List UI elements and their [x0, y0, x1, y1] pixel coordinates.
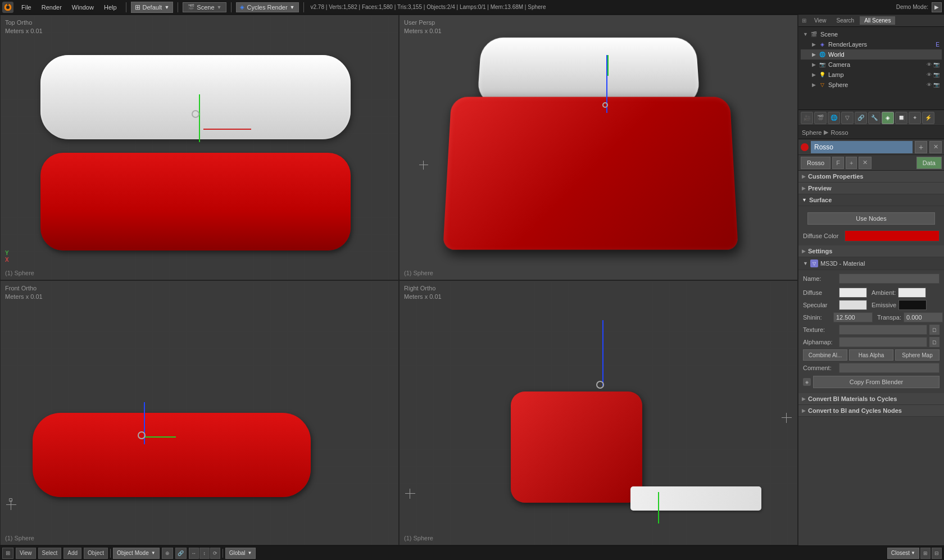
snap-icon1[interactable]: ⊞	[920, 548, 931, 559]
texture-props-btn[interactable]: 🔲	[895, 112, 907, 124]
snap-btn[interactable]: 🔗	[175, 548, 187, 559]
rosso-tab[interactable]: Rosso	[801, 157, 830, 169]
pivot-btn[interactable]: ⊕	[162, 548, 173, 559]
outliner-item-camera[interactable]: ▶ 📷 Camera 👁 📷	[801, 60, 942, 70]
diffuse-color-swatch[interactable]	[845, 230, 940, 242]
alphamap-input[interactable]	[839, 337, 927, 347]
renderer-selector[interactable]: ◈ Cycles Render ▼	[236, 2, 298, 12]
outliner-item-renderlayers[interactable]: ▶ ◈ RenderLayers E	[801, 39, 942, 49]
physics-btn[interactable]: ⚡	[922, 112, 934, 124]
copy-icon-row: ◈ Copy From Blender	[803, 376, 940, 388]
settings-section[interactable]: ▶ Settings	[798, 245, 944, 257]
transform-orientation[interactable]: Global ▼	[225, 548, 256, 559]
surface-section[interactable]: ▼ Surface	[798, 194, 944, 206]
play-button[interactable]: ▶	[932, 2, 942, 12]
tool-1[interactable]: ↔	[189, 548, 199, 559]
transparency-input[interactable]	[904, 312, 943, 322]
viewport-top-ortho[interactable]: Y X Top Ortho Meters x 0.01 (1) Sphere	[0, 15, 399, 280]
use-nodes-btn[interactable]: Use Nodes	[807, 212, 935, 225]
use-nodes-row: Use Nodes	[798, 208, 944, 229]
object-props-btn[interactable]: ▽	[841, 112, 854, 124]
tool-2[interactable]: ↕	[199, 548, 210, 559]
help-menu[interactable]: Help	[99, 3, 121, 12]
texture-browse-btn[interactable]: 🗋	[929, 325, 940, 335]
preview-section[interactable]: ▶ Preview	[798, 183, 944, 194]
outliner-item-world[interactable]: ▶ 🌐 World	[801, 49, 942, 60]
mat-diffuse-label: Diffuse	[803, 289, 837, 296]
alphamap-row: Alphamap: 🗋	[798, 336, 944, 348]
convert-nodes-section[interactable]: ▶ Convert to Bl and Cycles Nodes	[798, 405, 944, 417]
outliner-body: ▼ 🎬 Scene ▶ ◈ RenderLayers E ▶ 🌐	[798, 27, 944, 92]
mode-selector[interactable]: Object Mode ▼	[113, 548, 160, 559]
divider	[126, 2, 126, 12]
vp2-content	[400, 15, 797, 280]
select-btn[interactable]: Select	[38, 548, 62, 559]
axis-x-front	[144, 436, 176, 438]
render-props-btn[interactable]: 🎥	[801, 112, 813, 124]
material-name-row: + ✕	[798, 139, 944, 155]
comment-input[interactable]	[839, 363, 940, 373]
snap-icon2[interactable]: ⊟	[932, 548, 942, 559]
layout-selector[interactable]: ⊞ Default ▼	[131, 2, 174, 13]
viewport-front-ortho[interactable]: Front Ortho Meters x 0.01 (1) Sphere	[0, 280, 399, 546]
mat-ambient-swatch[interactable]	[898, 288, 926, 298]
topbar: File Render Window Help ⊞ Default ▼ 🎬 Sc…	[0, 0, 944, 15]
vp-front-label: Front Ortho Meters x 0.01	[5, 284, 43, 302]
tab-view[interactable]: View	[810, 16, 831, 25]
custom-properties-section[interactable]: ▶ Custom Properties	[798, 171, 944, 183]
divider2	[178, 2, 178, 12]
file-menu[interactable]: File	[17, 3, 36, 12]
mat-emissive-swatch[interactable]	[898, 300, 927, 310]
window-menu[interactable]: Window	[67, 3, 98, 12]
sphere-map-btn[interactable]: Sphere Map	[895, 349, 940, 361]
particles-btn[interactable]: ✦	[909, 112, 921, 124]
right-panel: ⊞ View Search All Scenes ▼ 🎬 Scene ▶	[798, 15, 944, 545]
add-slot-btn[interactable]: +	[846, 157, 857, 169]
tool-3[interactable]: ⟳	[210, 548, 220, 559]
texture-input[interactable]	[839, 325, 927, 335]
data-tab[interactable]: Data	[916, 157, 942, 169]
view-btn[interactable]: View	[16, 548, 36, 559]
material-delete-btn[interactable]: ✕	[929, 141, 942, 153]
scene-selector[interactable]: 🎬 Scene ▼	[183, 2, 226, 12]
world-props-btn[interactable]: 🌐	[828, 112, 840, 124]
viewport-user-persp[interactable]: User Persp Meters x 0.01 (1) Sphere	[399, 15, 798, 280]
add-btn[interactable]: Add	[63, 548, 81, 559]
modifiers-btn[interactable]: 🔧	[868, 112, 881, 124]
convert-bl-section[interactable]: ▶ Convert Bl Materials to Cycles	[798, 393, 944, 405]
material-props-btn[interactable]: ◈	[882, 112, 894, 124]
vp-user-label: User Persp Meters x 0.01	[404, 19, 442, 36]
material-tabs-row: Rosso F + ✕ Data	[798, 155, 944, 171]
alphamap-browse-btn[interactable]: 🗋	[929, 337, 940, 347]
copy-icon: ◈	[803, 378, 811, 386]
mat-specular-swatch[interactable]	[839, 300, 867, 310]
tab-all-scenes[interactable]: All Scenes	[860, 16, 895, 25]
material-name-input[interactable]	[811, 141, 913, 153]
combine-all-btn[interactable]: Combine Al...	[803, 349, 847, 361]
has-alpha-btn[interactable]: Has Alpha	[849, 349, 893, 361]
scene-props-btn[interactable]: 🎬	[814, 112, 827, 124]
axis-indicator: Y X	[5, 250, 9, 263]
tab-search[interactable]: Search	[832, 16, 859, 25]
preview-label: Preview	[808, 185, 832, 192]
f-btn[interactable]: F	[832, 157, 844, 169]
outliner-item-lamp[interactable]: ▶ 💡 Lamp 👁 📷	[801, 70, 942, 80]
constraints-btn[interactable]: 🔗	[855, 112, 867, 124]
info-bar: v2.78 | Verts:1,582 | Faces:1,580 | Tris…	[311, 4, 546, 10]
white-capsule-top	[40, 55, 351, 140]
ms3d-expand-row[interactable]: ▼ ▽ MS3D - Material	[798, 257, 944, 270]
outliner-item-sphere[interactable]: ▶ ▽ Sphere 👁 📷	[801, 80, 942, 90]
axis-x-red	[203, 129, 251, 130]
object-btn[interactable]: Object	[84, 548, 108, 559]
mat-specular-label: Specular	[803, 302, 837, 308]
material-add-btn[interactable]: +	[915, 141, 927, 153]
copy-from-blender-btn[interactable]: Copy From Blender	[813, 376, 940, 388]
name-input[interactable]	[839, 274, 940, 284]
mat-diffuse-swatch[interactable]	[839, 288, 867, 298]
shininess-input[interactable]	[833, 312, 873, 322]
snap-closest[interactable]: Closest ▼	[887, 548, 919, 559]
render-menu[interactable]: Render	[37, 3, 66, 12]
remove-slot-btn[interactable]: ✕	[859, 157, 872, 169]
outliner-item-scene[interactable]: ▼ 🎬 Scene	[801, 29, 942, 39]
viewport-right-ortho[interactable]: Right Ortho Meters x 0.01 (1) Sphere	[399, 280, 798, 546]
